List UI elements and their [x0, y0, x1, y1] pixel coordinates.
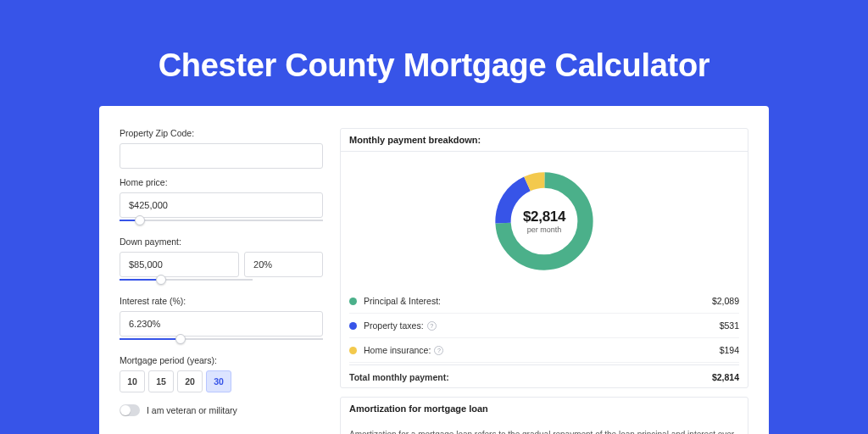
period-option-15[interactable]: 15 — [148, 370, 174, 392]
donut-sub: per month — [523, 225, 565, 234]
dot-taxes — [349, 322, 357, 330]
legend-row-insurance: Home insurance: ? $194 — [349, 338, 739, 363]
dot-principal — [349, 298, 357, 305]
zip-input[interactable] — [120, 143, 323, 169]
donut-chart: $2,814 per month — [349, 160, 739, 289]
calculator-card: Property Zip Code: Home price: Down paym… — [99, 106, 769, 434]
donut-value: $2,814 — [523, 209, 565, 225]
interest-label: Interest rate (%): — [120, 296, 323, 306]
legend-label-principal: Principal & Interest: — [364, 296, 441, 306]
amortization-text: Amortization for a mortgage loan refers … — [341, 420, 748, 434]
breakdown-panel: Monthly payment breakdown: $2,814 per mo… — [340, 128, 748, 388]
legend-label-taxes: Property taxes: ? — [364, 320, 437, 331]
period-option-10[interactable]: 10 — [120, 370, 145, 392]
legend-text-insurance: Home insurance: — [364, 345, 431, 355]
total-label: Total monthly payment: — [349, 372, 449, 382]
dot-insurance — [349, 347, 357, 354]
legend-label-insurance: Home insurance: ? — [364, 345, 443, 355]
down-payment-label: Down payment: — [120, 236, 323, 247]
down-payment-field: Down payment: — [120, 236, 323, 287]
down-payment-percent-input[interactable] — [244, 252, 323, 277]
amortization-panel: Amortization for mortgage loan Amortizat… — [340, 397, 748, 434]
legend-row-principal: Principal & Interest: $2,089 — [349, 289, 739, 314]
period-option-30[interactable]: 30 — [206, 370, 231, 392]
home-price-field: Home price: — [120, 177, 323, 228]
interest-input[interactable] — [120, 311, 323, 337]
amortization-header: Amortization for mortgage loan — [341, 398, 748, 420]
home-price-slider[interactable] — [120, 218, 323, 228]
home-price-input[interactable] — [120, 192, 323, 218]
info-icon[interactable]: ? — [427, 321, 437, 331]
legend-value-insurance: $194 — [720, 345, 739, 355]
legend-value-taxes: $531 — [720, 320, 739, 331]
total-value: $2,814 — [712, 372, 739, 382]
breakdown-column: Monthly payment breakdown: $2,814 per mo… — [340, 128, 748, 434]
info-icon[interactable]: ? — [434, 346, 443, 355]
zip-field: Property Zip Code: — [120, 128, 323, 169]
inputs-column: Property Zip Code: Home price: Down paym… — [120, 128, 323, 434]
down-payment-amount-input[interactable] — [120, 252, 239, 277]
period-field: Mortgage period (years): 10 15 20 30 — [120, 355, 323, 392]
interest-slider[interactable] — [120, 337, 323, 347]
interest-field: Interest rate (%): — [120, 296, 323, 347]
legend-row-taxes: Property taxes: ? $531 — [349, 314, 739, 338]
legend-text-principal: Principal & Interest: — [364, 296, 441, 306]
period-option-20[interactable]: 20 — [177, 370, 203, 392]
veteran-toggle[interactable] — [120, 404, 140, 416]
home-price-label: Home price: — [120, 177, 323, 187]
donut-center: $2,814 per month — [523, 209, 565, 234]
page-title: Chester County Mortgage Calculator — [0, 0, 868, 106]
legend-text-taxes: Property taxes: — [364, 320, 424, 331]
down-payment-slider[interactable] — [120, 277, 253, 287]
veteran-row: I am veteran or military — [120, 404, 323, 416]
veteran-label: I am veteran or military — [147, 405, 237, 415]
breakdown-header: Monthly payment breakdown: — [341, 129, 748, 152]
period-options: 10 15 20 30 — [120, 370, 231, 392]
zip-label: Property Zip Code: — [120, 128, 323, 138]
legend-row-total: Total monthly payment: $2,814 — [349, 364, 739, 382]
breakdown-body: $2,814 per month Principal & Interest: $… — [341, 152, 748, 387]
period-label: Mortgage period (years): — [120, 355, 323, 365]
legend-value-principal: $2,089 — [712, 296, 739, 306]
